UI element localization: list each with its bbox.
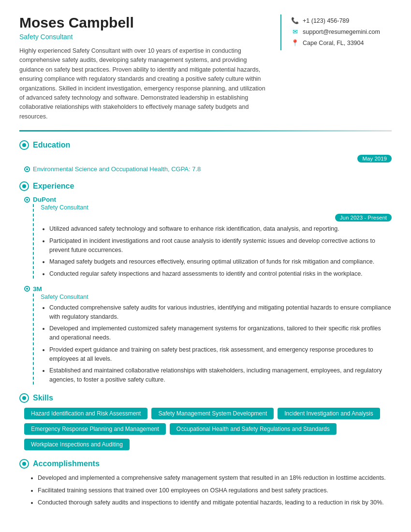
phone-text: +1 (123) 456-789 xyxy=(303,17,349,24)
section-divider xyxy=(19,130,392,132)
dupont-bullet-1: Utilized advanced safety technology and … xyxy=(49,224,392,234)
dupont-bullet-2: Participated in incident investigations … xyxy=(49,236,392,255)
summary: Highly experienced Safety Consultant wit… xyxy=(19,46,271,121)
accomplishments-icon-inner xyxy=(22,462,26,466)
education-icon-inner xyxy=(22,143,26,147)
dupont-role: Safety Consultant xyxy=(41,204,392,211)
3m-body: Safety Consultant Conducted comprehensiv… xyxy=(33,294,392,384)
education-item: Environmental Science and Occupational H… xyxy=(24,165,392,173)
location-text: Cape Coral, FL, 33904 xyxy=(303,40,364,46)
accomplishments-icon xyxy=(19,459,29,469)
resume-container: Moses Campbell Safety Consultant Highly … xyxy=(0,0,411,531)
accomplishments-section: Accomplishments Developed and implemente… xyxy=(19,459,392,507)
acc-bullet-3: Conducted thorough safety audits and ins… xyxy=(38,498,392,507)
education-degree: Environmental Science and Occupational H… xyxy=(33,165,201,173)
dupont-date-badge: Jun 2023 - Present xyxy=(335,214,392,222)
skill-6: Workplace Inspections and Auditing xyxy=(24,439,130,450)
skills-section: Skills Hazard Identification and Risk As… xyxy=(19,393,392,450)
email-icon: ✉ xyxy=(291,28,299,35)
skill-2: Safety Management System Development xyxy=(151,408,274,419)
phone-icon: 📞 xyxy=(291,17,299,24)
experience-section: Experience DuPont Safety Consultant Jun … xyxy=(19,181,392,384)
accomplishments-title: Accomplishments xyxy=(33,459,100,468)
education-title: Education xyxy=(33,141,70,149)
edu-dot xyxy=(24,166,30,172)
acc-bullet-2: Facilitated training sessions that train… xyxy=(38,486,392,495)
dupont-dot xyxy=(24,197,30,203)
contact-info: 📞 +1 (123) 456-789 ✉ support@resumegemin… xyxy=(280,15,392,50)
3m-bullet-2: Developed and implemented customized saf… xyxy=(49,324,392,342)
3m-bullets: Conducted comprehensive safety audits fo… xyxy=(41,303,392,384)
3m-dot xyxy=(24,286,30,292)
exp-entry-dupont: DuPont Safety Consultant Jun 2023 - Pres… xyxy=(24,196,392,279)
exp-entry-3m: 3M Safety Consultant Conducted comprehen… xyxy=(24,285,392,384)
accomplishments-header: Accomplishments xyxy=(19,459,392,469)
skills-icon-inner xyxy=(22,396,26,400)
experience-header: Experience xyxy=(19,181,392,191)
experience-icon xyxy=(19,181,29,191)
3m-bullet-4: Established and maintained collaborative… xyxy=(49,366,392,384)
dupont-date-row: Jun 2023 - Present xyxy=(41,214,392,222)
job-title: Safety Consultant xyxy=(19,33,271,41)
dupont-body: Safety Consultant Jun 2023 - Present Uti… xyxy=(33,204,392,279)
dupont-company-row: DuPont xyxy=(24,196,392,203)
skills-title: Skills xyxy=(33,394,53,402)
3m-company: 3M xyxy=(33,285,42,293)
email-text: support@resumegemini.com xyxy=(303,29,380,35)
3m-bullet-3: Provided expert guidance and training on… xyxy=(49,345,392,364)
dupont-company: DuPont xyxy=(33,196,56,203)
email-item: ✉ support@resumegemini.com xyxy=(291,28,392,35)
candidate-name: Moses Campbell xyxy=(19,15,271,31)
skill-3: Incident Investigation and Analysis xyxy=(278,408,380,419)
experience-title: Experience xyxy=(33,182,74,191)
education-section: Education May 2019 Environmental Science… xyxy=(19,140,392,173)
skills-header: Skills xyxy=(19,393,392,403)
skill-1: Hazard Identification and Risk Assessmen… xyxy=(24,408,147,419)
experience-icon-inner xyxy=(22,184,26,188)
dupont-bullet-3: Managed safety budgets and resources eff… xyxy=(49,257,392,266)
skills-container: Hazard Identification and Risk Assessmen… xyxy=(24,408,392,450)
skills-icon xyxy=(19,393,29,403)
edu-dot-inner xyxy=(26,168,28,170)
3m-dot-inner xyxy=(26,288,28,290)
education-date-badge: May 2019 xyxy=(357,155,392,163)
header-left: Moses Campbell Safety Consultant Highly … xyxy=(19,15,280,121)
3m-bullet-1: Conducted comprehensive safety audits fo… xyxy=(49,303,392,322)
location-item: 📍 Cape Coral, FL, 33904 xyxy=(291,39,392,46)
education-icon xyxy=(19,140,29,150)
3m-company-row: 3M xyxy=(24,285,392,293)
education-date-row: May 2019 xyxy=(19,155,392,163)
header: Moses Campbell Safety Consultant Highly … xyxy=(19,15,392,121)
dupont-bullets: Utilized advanced safety technology and … xyxy=(41,224,392,279)
phone-item: 📞 +1 (123) 456-789 xyxy=(291,17,392,24)
3m-role: Safety Consultant xyxy=(41,294,392,300)
skill-4: Emergency Response Planning and Manageme… xyxy=(24,423,166,435)
dupont-dot-inner xyxy=(26,199,28,201)
dupont-bullet-4: Conducted regular safety inspections and… xyxy=(49,269,392,279)
skill-5: Occupational Health and Safety Regulatio… xyxy=(170,423,337,435)
acc-bullet-1: Developed and implemented a comprehensiv… xyxy=(38,473,392,483)
accomplishments-list: Developed and implemented a comprehensiv… xyxy=(24,473,392,507)
location-icon: 📍 xyxy=(291,39,299,46)
education-header: Education xyxy=(19,140,392,150)
